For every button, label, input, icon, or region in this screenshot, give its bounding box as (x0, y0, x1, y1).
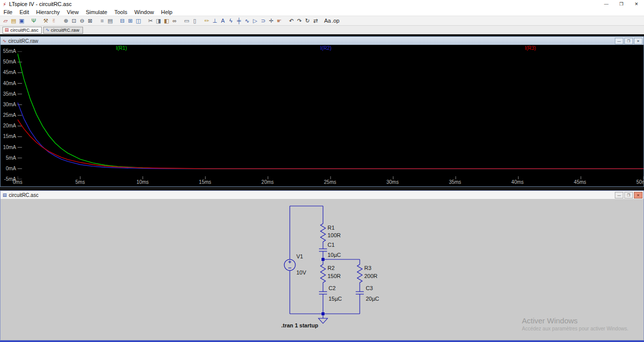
control-panel-icon[interactable]: ⚒ (42, 17, 50, 25)
zoom-extents-icon[interactable]: ⊠ (86, 17, 94, 25)
error-log-icon[interactable]: ▤ (106, 17, 114, 25)
waveform-file-icon: ∿ (45, 28, 49, 32)
zoom-in-icon[interactable]: ⊕ (62, 17, 70, 25)
y-tick-label: 30mA (3, 102, 16, 107)
toolbar: ▱▤▣Ψ⚒✌⊕⊡⊖⊠≡▤⊟⊞◫✂◨◧∞▭▯✏⊥Aϟ╪∿▷⊃✛☛↶↷↻⇄Aa.op (0, 16, 644, 26)
drag-icon[interactable]: ☛ (275, 17, 283, 25)
ground-icon[interactable]: ⊥ (211, 17, 219, 25)
watermark-line2: Accédez aux paramètres pour activer Wind… (522, 326, 628, 332)
maximize-icon[interactable]: ❐ (624, 192, 633, 198)
rotate-icon[interactable]: ↻ (303, 17, 311, 25)
minimize-icon[interactable]: — (599, 0, 614, 8)
spice-netlist-icon[interactable]: ≡ (98, 17, 106, 25)
r3-resistor-symbol (357, 264, 362, 283)
x-tick-label: 50ms (636, 180, 644, 185)
move-icon[interactable]: ✛ (267, 17, 275, 25)
mirror-icon[interactable]: ⇄ (311, 17, 319, 25)
menu-view[interactable]: View (63, 9, 83, 15)
y-tick-label: 45mA (3, 70, 16, 75)
c3-label: C3 (366, 285, 373, 291)
close-icon[interactable]: ✕ (634, 38, 642, 44)
y-tick-label: 35mA (3, 92, 16, 97)
waveform-window-icon: ∿ (3, 39, 7, 43)
schematic-window-title: circuitRC.asc (9, 192, 39, 198)
print-setup-icon[interactable]: ▯ (191, 17, 199, 25)
window-title: LTspice IV - circuitRC.asc (9, 1, 72, 7)
zoom-out-icon[interactable]: ⊖ (78, 17, 86, 25)
close-icon[interactable]: ✕ (634, 192, 642, 198)
halt-icon[interactable]: ✌ (50, 17, 58, 25)
menu-hierarchy[interactable]: Hierarchy (33, 9, 63, 15)
wire-icon[interactable]: ✏ (203, 17, 211, 25)
schematic-window: ▤ circuitRC.asc — ❐ ✕ (0, 190, 644, 340)
tab-circuitRC.asc[interactable]: ▤circuitRC.asc (3, 27, 42, 34)
watermark-line1: Activer Windows (522, 316, 628, 326)
inductor-icon[interactable]: ∿ (243, 17, 251, 25)
menu-edit[interactable]: Edit (16, 9, 33, 15)
y-tick-label: 50mA (3, 59, 16, 64)
spice-directive-icon[interactable]: .op (332, 17, 340, 25)
tile-horizontal-icon[interactable]: ⊟ (118, 17, 126, 25)
component-icon[interactable]: ⊃ (259, 17, 267, 25)
open-icon[interactable]: ▤ (10, 17, 18, 25)
cascade-windows-icon[interactable]: ◫ (134, 17, 142, 25)
trace-label-I(R3)[interactable]: I(R3) (525, 45, 536, 51)
undo-icon[interactable]: ↶ (287, 17, 295, 25)
capacitor-icon[interactable]: ╪ (235, 17, 243, 25)
tab-label: circuitRC.asc (11, 27, 39, 33)
y-axis: 55mA50mA45mA40mA35mA30mA25mA20mA15mA10mA… (1, 51, 18, 179)
y-tick-label: 25mA (3, 113, 16, 118)
tab-circuitRC.raw[interactable]: ∿circuitRC.raw (43, 27, 83, 34)
menu-help[interactable]: Help (157, 9, 176, 15)
new-schematic-icon[interactable]: ▱ (2, 17, 10, 25)
diode-icon[interactable]: ▷ (251, 17, 259, 25)
tile-vertical-icon[interactable]: ⊞ (126, 17, 134, 25)
redo-icon[interactable]: ↷ (295, 17, 303, 25)
menu-tools[interactable]: Tools (111, 9, 131, 15)
y-tick-label: 15mA (3, 134, 16, 139)
label-net-icon[interactable]: A (219, 17, 227, 25)
x-tick-label: 0ms (13, 180, 23, 185)
text-icon[interactable]: Aa (324, 17, 332, 25)
symbol-editor-icon[interactable]: Ψ (30, 17, 38, 25)
r2-label: R2 (328, 265, 335, 271)
menu-simulate[interactable]: Simulate (82, 9, 111, 15)
menu-window[interactable]: Window (131, 9, 157, 15)
y-tick-label: 10mA (3, 145, 16, 150)
minimize-icon[interactable]: — (615, 192, 623, 198)
spice-directive-text: .tran 1 startup (281, 322, 318, 328)
waveform-window-controls: — ❐ ✕ (615, 38, 642, 44)
schematic-window-titlebar[interactable]: ▤ circuitRC.asc — ❐ ✕ (1, 191, 643, 199)
schematic-window-controls: — ❐ ✕ (615, 192, 642, 198)
main-titlebar[interactable]: ⚡ LTspice IV - circuitRC.asc — ❐ ✕ (0, 0, 644, 8)
trace-label-I(R1)[interactable]: I(R1) (116, 45, 127, 51)
window-controls: — ❐ ✕ (599, 0, 644, 8)
x-tick-label: 20ms (262, 180, 274, 185)
c3-value: 20µC (366, 296, 379, 302)
circuit-wires (284, 206, 364, 323)
waveform-window-title: circuitRC.raw (9, 38, 38, 44)
print-icon[interactable]: ▭ (183, 17, 191, 25)
c3-capacitor-symbol (356, 292, 364, 294)
maximize-icon[interactable]: ❐ (614, 0, 629, 8)
r1-label: R1 (328, 225, 335, 231)
close-icon[interactable]: ✕ (629, 0, 644, 8)
save-icon[interactable]: ▣ (18, 17, 26, 25)
y-tick-label: 0mA (6, 166, 16, 171)
waveform-window: ∿ circuitRC.raw — ❐ ✕ I(R1)I(R2)I(R3) 55… (0, 36, 644, 187)
paste-icon[interactable]: ◧ (163, 17, 171, 25)
waveform-plot[interactable] (18, 51, 643, 179)
waveform-window-titlebar[interactable]: ∿ circuitRC.raw — ❐ ✕ (1, 37, 643, 45)
minimize-icon[interactable]: — (615, 38, 623, 44)
zoom-area-icon[interactable]: ⊡ (70, 17, 78, 25)
find-icon[interactable]: ∞ (171, 17, 179, 25)
resistor-icon[interactable]: ϟ (227, 17, 235, 25)
menu-file[interactable]: File (0, 9, 16, 15)
copy-icon[interactable]: ◨ (154, 17, 163, 25)
v1-value: 10V (296, 269, 306, 276)
maximize-icon[interactable]: ❐ (624, 38, 633, 44)
trace-label-I(R2)[interactable]: I(R2) (320, 45, 332, 51)
x-tick-label: 30ms (386, 180, 398, 185)
y-tick-label: 5mA (6, 156, 16, 161)
cut-icon[interactable]: ✂ (146, 17, 154, 25)
